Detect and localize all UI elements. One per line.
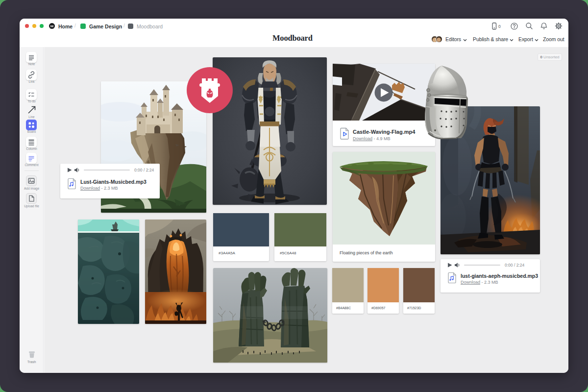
svg-text:0: 0	[498, 24, 501, 29]
